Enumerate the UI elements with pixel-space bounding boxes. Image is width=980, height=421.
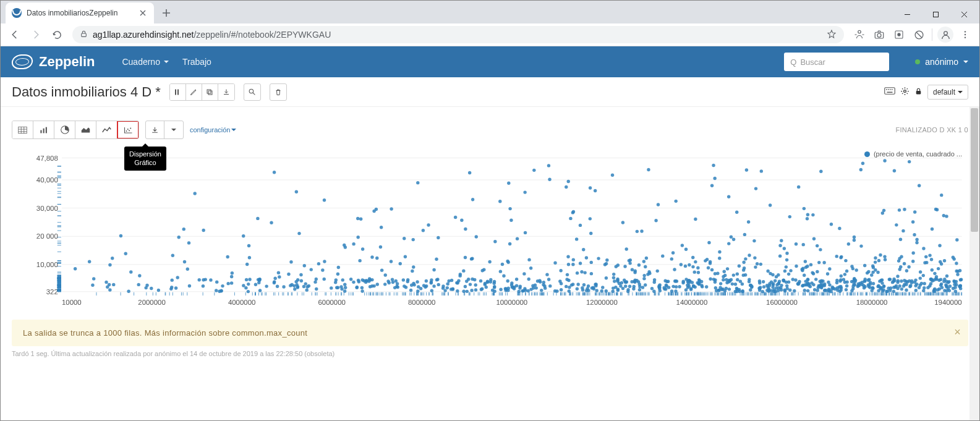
- svg-point-1230: [202, 278, 205, 281]
- svg-point-974: [795, 242, 798, 245]
- export-button[interactable]: [218, 84, 234, 100]
- notebook-title[interactable]: Datos inmobiliarios 4 D *: [12, 84, 161, 100]
- svg-point-1735: [777, 286, 780, 289]
- gear-icon[interactable]: [900, 87, 910, 98]
- svg-point-1265: [489, 280, 492, 283]
- line-chart-button[interactable]: [96, 121, 117, 138]
- svg-point-1743: [558, 279, 561, 283]
- user-menu[interactable]: anónimo: [915, 57, 968, 67]
- svg-point-1429: [642, 274, 646, 277]
- scatter-chart-button[interactable]: [117, 121, 138, 138]
- svg-point-1292: [441, 284, 445, 287]
- svg-point-1369: [357, 280, 360, 283]
- block-icon[interactable]: [910, 25, 928, 44]
- svg-point-1663: [898, 208, 901, 211]
- profile-button[interactable]: [936, 25, 955, 44]
- search-code-button[interactable]: [244, 83, 261, 101]
- svg-point-883: [446, 283, 449, 286]
- nav-job[interactable]: Trabajo: [182, 57, 211, 67]
- settings-link[interactable]: configuración: [190, 126, 236, 134]
- svg-text:2000000: 2000000: [138, 299, 165, 306]
- delete-note-button[interactable]: [270, 83, 287, 101]
- search-input[interactable]: Q Buscar: [784, 53, 889, 71]
- window-minimize-button[interactable]: [893, 5, 921, 23]
- svg-point-1326: [527, 289, 530, 292]
- clone-button[interactable]: [202, 84, 218, 100]
- svg-text:12000000: 12000000: [586, 299, 618, 306]
- extension-icon-1[interactable]: [850, 25, 869, 44]
- svg-point-1481: [748, 280, 751, 283]
- svg-point-1686: [247, 283, 250, 286]
- svg-point-1053: [600, 289, 603, 292]
- svg-point-1817: [871, 287, 874, 290]
- svg-point-1278: [553, 262, 556, 265]
- run-all-button[interactable]: [170, 84, 186, 100]
- close-tab-icon[interactable]: [138, 8, 148, 18]
- search-placeholder: Buscar: [800, 57, 825, 67]
- svg-point-1652: [522, 272, 526, 275]
- area-chart-button[interactable]: [75, 121, 96, 138]
- browser-menu-button[interactable]: [956, 25, 974, 44]
- nav-notebook[interactable]: Cuaderno: [122, 57, 169, 67]
- record-icon[interactable]: [890, 25, 908, 44]
- svg-point-908: [480, 288, 483, 291]
- svg-point-843: [803, 274, 806, 277]
- svg-rect-18: [886, 89, 887, 90]
- scrollbar[interactable]: [969, 107, 979, 420]
- svg-point-1785: [372, 284, 375, 287]
- svg-point-1374: [928, 253, 931, 257]
- reload-button[interactable]: [48, 25, 66, 44]
- svg-point-1080: [307, 284, 310, 287]
- alert-close-button[interactable]: ×: [954, 326, 961, 339]
- browser-tabstrip: Datos inmobiliariosZeppelin: [1, 1, 979, 23]
- url-input[interactable]: ag1llap.azurehdinsight.net/zeppelin/#/no…: [72, 26, 844, 43]
- download-button[interactable]: [146, 121, 164, 138]
- svg-point-1615: [793, 289, 796, 292]
- lock-icon[interactable]: [914, 87, 922, 97]
- svg-point-942: [462, 290, 465, 293]
- svg-point-1221: [638, 285, 641, 288]
- forward-button[interactable]: [27, 25, 45, 44]
- window-maximize-button[interactable]: [921, 5, 950, 23]
- svg-point-1282: [302, 285, 305, 288]
- svg-point-857: [736, 272, 739, 275]
- svg-text:47,808: 47,808: [36, 155, 58, 162]
- svg-point-1763: [749, 288, 752, 291]
- svg-point-1483: [616, 289, 620, 292]
- chart-legend[interactable]: (precio de venta, cuadrado ...: [864, 150, 962, 158]
- interpreter-binding-dropdown[interactable]: default: [927, 85, 968, 100]
- svg-point-1599: [633, 280, 636, 283]
- bar-chart-button[interactable]: [33, 121, 54, 138]
- svg-point-1307: [435, 258, 438, 261]
- svg-point-1382: [887, 287, 890, 290]
- window-close-button[interactable]: [950, 5, 978, 23]
- svg-point-1194: [714, 286, 717, 289]
- camera-icon[interactable]: [870, 25, 888, 44]
- svg-point-1121: [177, 236, 180, 239]
- svg-point-1303: [938, 244, 941, 247]
- pie-chart-button[interactable]: [54, 121, 75, 138]
- svg-point-1695: [804, 279, 807, 283]
- keyboard-icon[interactable]: [884, 87, 895, 97]
- browser-tab[interactable]: Datos inmobiliariosZeppelin: [6, 2, 154, 23]
- download-dropdown[interactable]: [164, 121, 183, 138]
- svg-point-1181: [344, 286, 347, 289]
- svg-point-1291: [775, 283, 778, 286]
- back-button[interactable]: [6, 25, 24, 44]
- zeppelin-logo[interactable]: Zeppelin: [12, 54, 95, 70]
- star-icon[interactable]: [827, 29, 837, 41]
- table-view-button[interactable]: [12, 121, 33, 138]
- svg-point-1504: [681, 281, 684, 284]
- svg-point-1124: [317, 262, 320, 265]
- svg-point-1730: [785, 252, 788, 255]
- svg-point-1783: [687, 279, 690, 282]
- svg-point-1412: [723, 270, 726, 273]
- svg-point-984: [390, 260, 393, 263]
- svg-point-920: [568, 289, 571, 292]
- svg-point-1724: [918, 184, 921, 187]
- svg-point-1093: [349, 278, 352, 281]
- edit-button[interactable]: [186, 84, 202, 100]
- svg-point-33: [130, 127, 131, 129]
- svg-point-1201: [527, 278, 530, 281]
- new-tab-button[interactable]: [158, 4, 175, 22]
